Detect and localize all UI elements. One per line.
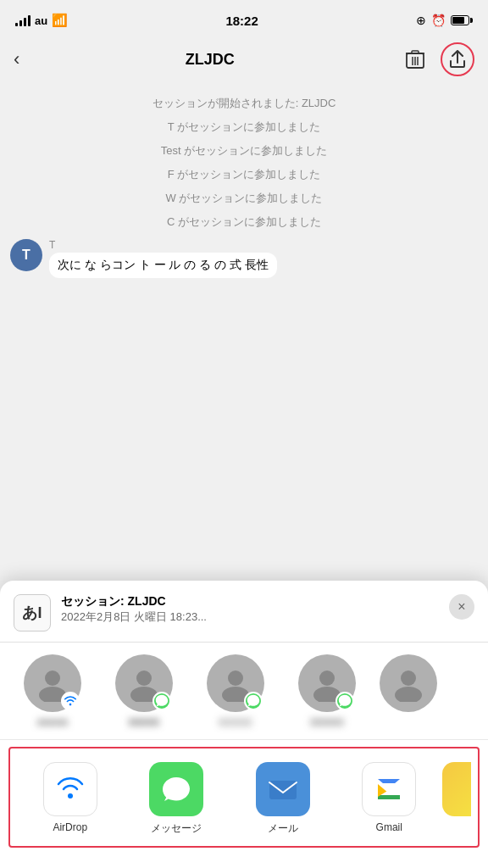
contact-avatar-1 (24, 654, 81, 712)
system-message-6: C がセッションに参加しました (0, 210, 488, 234)
svg-rect-19 (269, 781, 297, 799)
contact-avatar-4 (298, 654, 356, 712)
mail-app-icon (256, 762, 310, 816)
contact-avatar-5 (380, 654, 437, 712)
contact-avatar-3 (207, 654, 264, 712)
messages-badge-2 (152, 692, 171, 710)
nav-actions (400, 42, 474, 76)
svg-point-16 (395, 687, 422, 702)
bottom-spacer (0, 854, 488, 868)
messages-app-label: メッセージ (151, 821, 202, 836)
share-icon: あI (14, 594, 51, 632)
app-item-messages[interactable]: メッセージ (124, 762, 230, 836)
status-left: au 📶 (15, 13, 68, 28)
svg-point-15 (401, 670, 416, 686)
chat-content: セッションが開始されました: ZLJDC T がセッションに参加しました Tes… (0, 83, 488, 292)
svg-point-13 (319, 670, 335, 686)
nav-bar: ‹ ZLJDC (0, 37, 488, 83)
messages-badge-4 (336, 692, 354, 710)
contact-item-4[interactable]: DDDDD (281, 654, 373, 727)
contact-name-1: AAAAA (37, 717, 69, 727)
airdrop-app-label: AirDrop (53, 821, 87, 833)
wifi-icon: 📶 (52, 13, 68, 28)
app-icons-row: AirDrop メッセージ (8, 747, 480, 848)
app-item-gmail[interactable]: Gmail (336, 762, 443, 836)
share-button[interactable] (441, 42, 474, 76)
at-icon: ⊕ (416, 14, 426, 27)
messages-badge-3 (244, 692, 263, 710)
carrier-label: au (35, 14, 47, 27)
contact-name-2: BBBBB (129, 717, 160, 727)
app-item-mail[interactable]: メール (230, 762, 336, 836)
share-icon-label: あI (22, 603, 42, 623)
alarm-icon: ⏰ (431, 14, 446, 27)
contact-name-4: DDDDD (310, 717, 344, 727)
app-item-airdrop[interactable]: AirDrop (17, 762, 124, 836)
svg-point-8 (69, 704, 72, 706)
gmail-app-icon (362, 762, 416, 816)
trash-button[interactable] (400, 44, 430, 75)
contact-item-2[interactable]: BBBBB (98, 654, 190, 727)
contact-item-3[interactable]: CCCCC (190, 654, 281, 727)
share-session-subtitle: 2022年2月8日 火曜日 18:23... (61, 609, 449, 625)
page-title: ZLJDC (186, 51, 235, 69)
mail-app-label: メール (268, 821, 298, 836)
airdrop-app-icon (43, 762, 97, 816)
system-message-5: W がセッションに参加しました (0, 186, 488, 210)
app-item-partial (442, 762, 471, 836)
back-button[interactable]: ‹ (14, 48, 19, 70)
contact-item-1[interactable]: AAAAA (7, 654, 98, 727)
system-message-4: F がセッションに参加しました (0, 163, 488, 186)
message-text: 次に な らコン ト ー ル の る の 式 長性 (58, 258, 269, 273)
chat-message-row: T T 次に な らコン ト ー ル の る の 式 長性 (0, 234, 488, 283)
signal-icon (15, 14, 30, 26)
gmail-app-label: Gmail (376, 821, 402, 833)
svg-point-6 (45, 670, 60, 686)
status-bar: au 📶 18:22 ⊕ ⏰ (0, 0, 488, 37)
battery-icon (451, 15, 473, 25)
sender-avatar: T (10, 239, 42, 271)
share-session-title: セッション: ZLJDC (61, 594, 449, 609)
system-message-3: Test がセッションに参加しました (0, 139, 488, 163)
status-time: 18:22 (225, 14, 258, 28)
svg-point-17 (68, 793, 73, 798)
system-message-2: T がセッションに参加しました (0, 115, 488, 139)
contact-name-3: CCCCC (219, 717, 252, 727)
contacts-row: AAAAA BBBBB (0, 643, 488, 740)
airdrop-badge (61, 692, 80, 710)
message-bubble: 次に な らコン ト ー ル の る の 式 長性 (49, 253, 277, 278)
contact-avatar-2 (115, 654, 173, 712)
share-sheet: あI セッション: ZLJDC 2022年2月8日 火曜日 18:23... × (0, 581, 488, 868)
messages-app-icon (149, 762, 203, 816)
share-close-button[interactable]: × (449, 594, 474, 620)
svg-point-11 (228, 670, 243, 686)
svg-point-9 (136, 670, 152, 686)
share-info: セッション: ZLJDC 2022年2月8日 火曜日 18:23... (61, 594, 449, 625)
status-right: ⊕ ⏰ (416, 14, 473, 27)
sender-name: T (49, 239, 277, 251)
contact-item-5[interactable] (373, 654, 444, 727)
system-message-1: セッションが開始されました: ZLJDC (0, 92, 488, 115)
share-header: あI セッション: ZLJDC 2022年2月8日 火曜日 18:23... × (0, 581, 488, 643)
